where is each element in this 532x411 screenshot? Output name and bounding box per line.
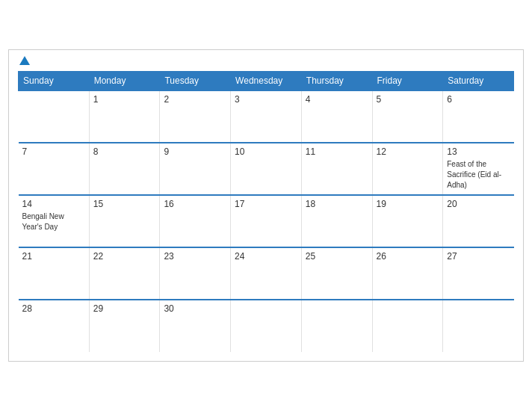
calendar-cell: 24 [231, 247, 302, 300]
day-number: 1 [93, 94, 156, 105]
day-number: 23 [164, 251, 226, 262]
day-number: 27 [447, 251, 510, 262]
day-number: 2 [164, 94, 226, 105]
day-number: 11 [306, 146, 368, 157]
calendar-cell: 28 [19, 300, 90, 352]
day-number: 17 [235, 199, 297, 209]
calendar-cell: 21 [19, 247, 90, 300]
calendar-table: SundayMondayTuesdayWednesdayThursdayFrid… [18, 71, 514, 352]
calendar-cell: 6 [443, 90, 514, 143]
calendar-cell: 20 [443, 195, 514, 247]
day-number: 12 [377, 146, 439, 157]
calendar-cell: 14Bengali New Year's Day [19, 195, 90, 247]
day-number: 4 [306, 94, 368, 105]
day-number: 14 [22, 199, 85, 209]
day-number: 30 [164, 303, 226, 314]
week-row-1: 78910111213Feast of the Sacrifice (Eid a… [19, 143, 514, 195]
day-number: 22 [93, 251, 156, 262]
day-number: 25 [306, 251, 368, 262]
calendar-cell: 27 [443, 247, 514, 300]
week-row-2: 14Bengali New Year's Day151617181920 [19, 195, 514, 247]
calendar-cell: 26 [372, 247, 443, 300]
weekday-header-monday: Monday [89, 72, 160, 91]
day-number: 20 [447, 199, 510, 209]
day-number: 6 [447, 94, 510, 105]
logo-triangle-icon [19, 56, 30, 65]
calendar-cell: 30 [160, 300, 231, 352]
calendar-cell: 4 [301, 90, 372, 143]
weekday-header-saturday: Saturday [443, 72, 514, 91]
day-number: 13 [447, 146, 510, 157]
day-number: 8 [93, 146, 156, 157]
calendar-cell [443, 300, 514, 352]
calendar-cell: 11 [301, 143, 372, 195]
calendar-cell: 29 [89, 300, 160, 352]
calendar-cell: 7 [19, 143, 90, 195]
calendar-cell [301, 300, 372, 352]
day-number: 16 [164, 199, 226, 209]
calendar-body: 12345678910111213Feast of the Sacrifice … [19, 90, 514, 352]
week-row-0: 123456 [19, 90, 514, 143]
weekday-header-row: SundayMondayTuesdayWednesdayThursdayFrid… [19, 72, 514, 91]
calendar-cell [19, 90, 90, 143]
day-number: 9 [164, 146, 226, 157]
calendar-cell: 16 [160, 195, 231, 247]
calendar-cell: 9 [160, 143, 231, 195]
calendar-cell: 3 [231, 90, 302, 143]
calendar-cell: 17 [231, 195, 302, 247]
logo [18, 58, 30, 65]
day-number: 29 [93, 303, 156, 314]
day-number: 10 [235, 146, 297, 157]
calendar-cell: 19 [372, 195, 443, 247]
weekday-header-tuesday: Tuesday [160, 72, 231, 91]
calendar-cell: 23 [160, 247, 231, 300]
event-text: Bengali New Year's Day [22, 212, 64, 231]
calendar-cell: 10 [231, 143, 302, 195]
day-number: 5 [377, 94, 439, 105]
calendar-cell: 18 [301, 195, 372, 247]
day-number: 21 [22, 251, 85, 262]
day-number: 18 [306, 199, 368, 209]
weekday-header-wednesday: Wednesday [231, 72, 302, 91]
calendar-cell: 13Feast of the Sacrifice (Eid al-Adha) [443, 143, 514, 195]
calendar-cell [231, 300, 302, 352]
calendar-header [18, 58, 514, 65]
day-number: 3 [235, 94, 297, 105]
calendar-cell: 2 [160, 90, 231, 143]
day-number: 7 [22, 146, 85, 157]
event-text: Feast of the Sacrifice (Eid al-Adha) [447, 160, 501, 189]
weekday-header-sunday: Sunday [19, 72, 90, 91]
day-number: 28 [22, 303, 85, 314]
calendar-container: SundayMondayTuesdayWednesdayThursdayFrid… [8, 49, 524, 362]
calendar-cell: 1 [89, 90, 160, 143]
calendar-cell [372, 300, 443, 352]
calendar-cell: 22 [89, 247, 160, 300]
day-number: 19 [377, 199, 439, 209]
calendar-cell: 8 [89, 143, 160, 195]
day-number: 24 [235, 251, 297, 262]
weekday-header-thursday: Thursday [301, 72, 372, 91]
calendar-cell: 12 [372, 143, 443, 195]
calendar-cell: 25 [301, 247, 372, 300]
day-number: 15 [93, 199, 156, 209]
calendar-thead: SundayMondayTuesdayWednesdayThursdayFrid… [19, 72, 514, 91]
week-row-4: 282930 [19, 300, 514, 352]
day-number: 26 [377, 251, 439, 262]
calendar-cell: 15 [89, 195, 160, 247]
weekday-header-friday: Friday [372, 72, 443, 91]
week-row-3: 21222324252627 [19, 247, 514, 300]
calendar-cell: 5 [372, 90, 443, 143]
